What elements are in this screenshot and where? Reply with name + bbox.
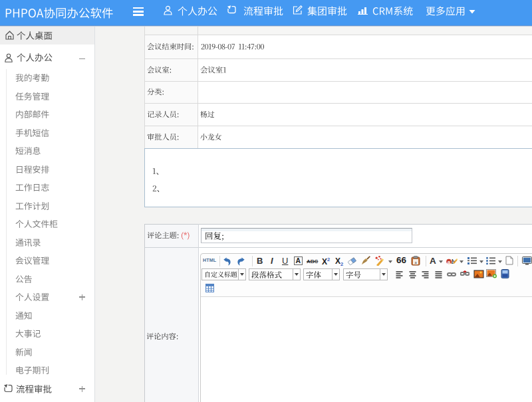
svg-text:a: a [448,258,451,265]
svg-text:b: b [452,258,455,265]
